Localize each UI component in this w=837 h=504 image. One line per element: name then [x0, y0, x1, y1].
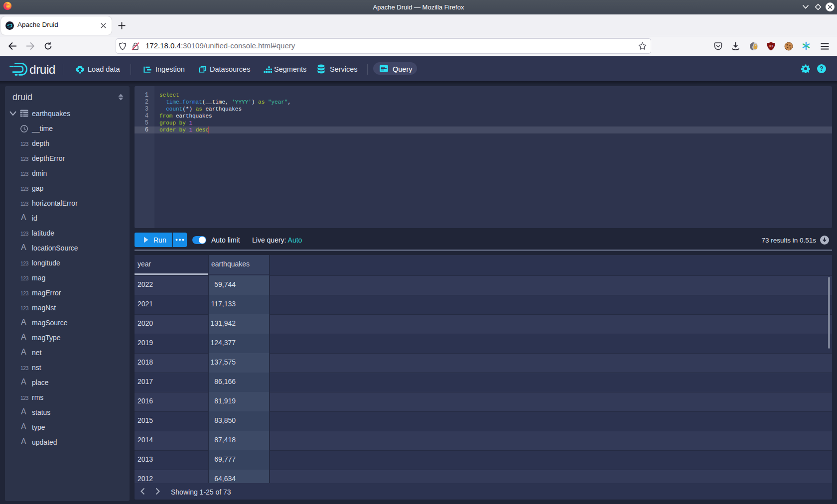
svg-text:?: ?	[820, 65, 823, 72]
svg-text:uO: uO	[769, 44, 773, 48]
